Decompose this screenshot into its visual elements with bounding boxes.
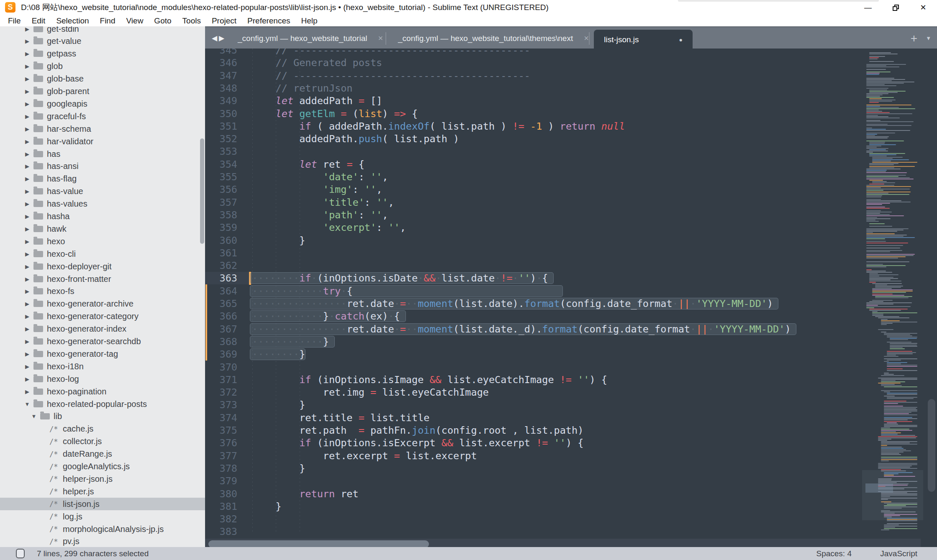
sidebar-item-has-values[interactable]: ▶has-values <box>0 198 205 210</box>
tab-list-json-js[interactable]: list-json.js● <box>594 30 693 49</box>
folder-collapsed-icon[interactable]: ▶ <box>24 313 30 320</box>
folder-collapsed-icon[interactable]: ▶ <box>24 251 30 257</box>
folder-collapsed-icon[interactable]: ▶ <box>24 163 30 169</box>
sidebar-item-glob-parent[interactable]: ▶glob-parent <box>0 85 205 98</box>
sidebar-item-googleapis[interactable]: ▶googleapis <box>0 97 205 110</box>
sidebar-item-hexo-front-matter[interactable]: ▶hexo-front-matter <box>0 273 205 285</box>
folder-collapsed-icon[interactable]: ▶ <box>24 226 30 232</box>
code-line-362[interactable]: 362 <box>205 259 916 272</box>
sidebar-item-glob-base[interactable]: ▶glob-base <box>0 73 205 85</box>
menu-item-preferences[interactable]: Preferences <box>242 15 295 26</box>
folder-collapsed-icon[interactable]: ▶ <box>24 113 30 120</box>
code-line-346[interactable]: 346 // Generated posts <box>205 56 916 69</box>
sidebar-item-hexo-generator-archive[interactable]: ▶hexo-generator-archive <box>0 298 205 310</box>
sidebar-item-hexo-generator-searchdb[interactable]: ▶hexo-generator-searchdb <box>0 335 205 348</box>
code-line-381[interactable]: 381 } <box>205 500 916 513</box>
sidebar-item-hexo-i18n[interactable]: ▶hexo-i18n <box>0 360 205 373</box>
code-line-349[interactable]: 349 let addedPath = [] <box>205 95 916 107</box>
sidebar-item-cache-js[interactable]: /*cache.js <box>0 423 205 435</box>
menu-item-selection[interactable]: Selection <box>51 15 94 26</box>
indent-setting[interactable]: Spaces: 4 <box>816 547 852 560</box>
menu-item-help[interactable]: Help <box>296 15 323 26</box>
code-line-355[interactable]: 355 'date': '', <box>205 171 916 183</box>
menu-item-find[interactable]: Find <box>95 15 121 26</box>
code-line-353[interactable]: 353 <box>205 145 916 158</box>
sidebar-item-hasha[interactable]: ▶hasha <box>0 210 205 223</box>
code-line-364[interactable]: 364············try·{ <box>205 285 916 297</box>
menu-item-project[interactable]: Project <box>206 15 242 26</box>
code-line-368[interactable]: 368············} <box>205 335 916 348</box>
minimize-button[interactable]: — <box>854 0 882 15</box>
menu-item-tools[interactable]: Tools <box>177 15 206 26</box>
sidebar-item-hexo-deployer-git[interactable]: ▶hexo-deployer-git <box>0 260 205 273</box>
code-line-347[interactable]: 347 // ---------------------------------… <box>205 69 916 82</box>
vintage-mode-icon[interactable] <box>16 549 25 558</box>
restore-button[interactable] <box>882 0 909 15</box>
code-line-379[interactable]: 379 <box>205 475 916 487</box>
sidebar-item-get-value[interactable]: ▶get-value <box>0 35 205 48</box>
code-line-380[interactable]: 380 return ret <box>205 488 916 500</box>
code-line-382[interactable]: 382 <box>205 513 916 525</box>
syntax-setting[interactable]: JavaScript <box>880 547 917 560</box>
sidebar-item-list-json-js[interactable]: /*list-json.js <box>0 498 205 510</box>
folder-collapsed-icon[interactable]: ▶ <box>24 326 30 332</box>
code-line-358[interactable]: 358 'path': '', <box>205 209 916 221</box>
menu-item-view[interactable]: View <box>121 15 149 26</box>
folder-collapsed-icon[interactable]: ▶ <box>24 288 30 294</box>
folder-collapsed-icon[interactable]: ▶ <box>24 138 30 145</box>
sidebar-item-hexo[interactable]: ▶hexo <box>0 235 205 248</box>
sidebar-item-hexo-cli[interactable]: ▶hexo-cli <box>0 248 205 260</box>
code-line-350[interactable]: 350 let getElm = (list) => { <box>205 107 916 120</box>
menu-item-file[interactable]: File <box>3 15 26 26</box>
code-editor[interactable]: 345 // ---------------------------------… <box>205 49 937 547</box>
code-line-366[interactable]: 366············}·catch(ex)·{ <box>205 310 916 322</box>
folder-collapsed-icon[interactable]: ▶ <box>24 351 30 357</box>
folder-collapsed-icon[interactable]: ▶ <box>24 26 30 32</box>
folder-collapsed-icon[interactable]: ▶ <box>24 213 30 220</box>
menu-item-edit[interactable]: Edit <box>26 15 51 26</box>
code-line-354[interactable]: 354 let ret = { <box>205 158 916 171</box>
code-line-374[interactable]: 374 ret.title = list.title <box>205 412 916 424</box>
tab-overflow-icon[interactable]: ▼ <box>926 35 931 41</box>
code-line-351[interactable]: 351 if ( addedPath.indexOf( list.path ) … <box>205 120 916 133</box>
sidebar-scrollbar[interactable] <box>200 138 204 244</box>
tab-forward-icon[interactable]: ▶ <box>219 34 224 43</box>
tab--config-yml-hexo-website-tutorial[interactable]: _config.yml — hexo_website_tutorial× <box>230 27 383 49</box>
folder-collapsed-icon[interactable]: ▶ <box>24 276 30 282</box>
sidebar-item-hexo-pagination[interactable]: ▶hexo-pagination <box>0 385 205 398</box>
folder-collapsed-icon[interactable]: ▶ <box>24 188 30 194</box>
code-line-359[interactable]: 359 'excerpt': '', <box>205 221 916 234</box>
folder-collapsed-icon[interactable]: ▶ <box>24 176 30 182</box>
sidebar-item-collector-js[interactable]: /*collector.js <box>0 435 205 448</box>
code-line-378[interactable]: 378 } <box>205 462 916 475</box>
folder-collapsed-icon[interactable]: ▶ <box>24 301 30 307</box>
sidebar-item-hexo-log[interactable]: ▶hexo-log <box>0 373 205 385</box>
code-line-356[interactable]: 356 'img': '', <box>205 183 916 196</box>
sidebar-item-har-validator[interactable]: ▶har-validator <box>0 135 205 148</box>
tab-back-icon[interactable]: ◀ <box>212 34 217 43</box>
code-line-365[interactable]: 365················ret.date·=··moment(li… <box>205 297 916 310</box>
folder-collapsed-icon[interactable]: ▶ <box>24 389 30 395</box>
sidebar-item-hexo-fs[interactable]: ▶hexo-fs <box>0 285 205 298</box>
code-line-370[interactable]: 370 <box>205 361 916 373</box>
sidebar-item-har-schema[interactable]: ▶har-schema <box>0 123 205 135</box>
sidebar-item-pv-js[interactable]: /*pv.js <box>0 535 205 547</box>
folder-collapsed-icon[interactable]: ▶ <box>24 376 30 382</box>
code-line-375[interactable]: 375 ret.path = pathFn.join(config.root ,… <box>205 424 916 437</box>
sidebar-item-hexo-generator-category[interactable]: ▶hexo-generator-category <box>0 310 205 323</box>
sidebar-item-helper-json-js[interactable]: /*helper-json.js <box>0 473 205 485</box>
code-line-360[interactable]: 360 } <box>205 234 916 247</box>
sidebar-item-get-stdin[interactable]: ▶get-stdin <box>0 26 205 35</box>
sidebar-item-has[interactable]: ▶has <box>0 148 205 160</box>
code-line-373[interactable]: 373 } <box>205 399 916 411</box>
sidebar-item-hexo-generator-tag[interactable]: ▶hexo-generator-tag <box>0 348 205 360</box>
vertical-scrollbar[interactable] <box>925 49 937 534</box>
sidebar-item-has-value[interactable]: ▶has-value <box>0 185 205 198</box>
horizontal-scrollbar[interactable] <box>205 539 921 547</box>
horizontal-scrollbar-thumb[interactable] <box>208 540 429 547</box>
sidebar-item-daterange-js[interactable]: /*dateRange.js <box>0 448 205 460</box>
code-line-376[interactable]: 376 if (inOptions.isExcerpt && list.exce… <box>205 437 916 449</box>
code-line-357[interactable]: 357 'title': '', <box>205 196 916 209</box>
folder-collapsed-icon[interactable]: ▶ <box>24 238 30 245</box>
vertical-scrollbar-thumb[interactable] <box>928 399 935 492</box>
